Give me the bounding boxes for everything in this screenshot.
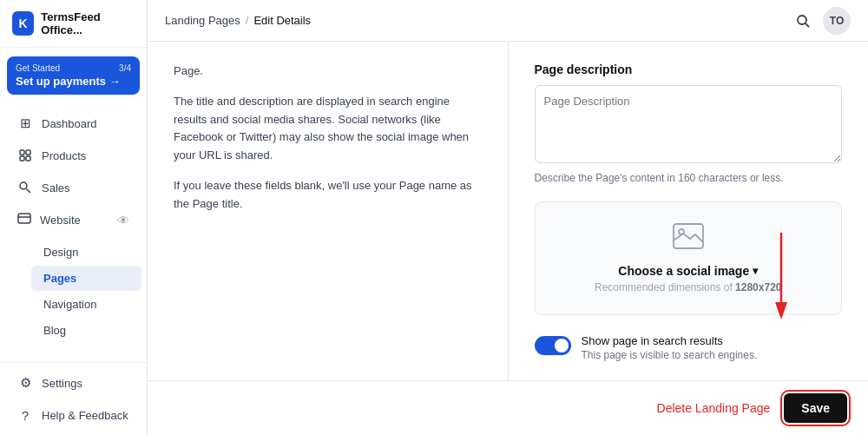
breadcrumb-root: Landing Pages [165, 14, 240, 27]
sidebar-item-dashboard[interactable]: ⊞ Dashboard [5, 108, 141, 139]
social-image-box: Choose a social image ▾ Recommended dime… [535, 201, 843, 315]
settings-icon: ⚙ [17, 375, 33, 391]
description-para1: The title and description are displayed … [174, 93, 482, 165]
sidebar-logo[interactable]: K TermsFeed Office... [0, 0, 147, 48]
sidebar-subitem-design[interactable]: Design [31, 240, 141, 265]
get-started-progress: 3/4 [119, 63, 131, 73]
svg-rect-1 [26, 150, 30, 155]
help-icon: ? [17, 407, 33, 423]
toggle-label: Show page in search results [582, 334, 758, 347]
sidebar-nav: ⊞ Dashboard Products Sales [0, 103, 147, 362]
choose-image-label: Choose a social image [618, 264, 749, 278]
search-results-toggle[interactable] [535, 336, 571, 355]
app-name: TermsFeed Office... [41, 10, 135, 36]
website-icon [17, 212, 31, 228]
website-subnav: Design Pages Navigation Blog [0, 237, 147, 346]
save-button[interactable]: Save [784, 393, 847, 423]
get-started-banner[interactable]: Get Started 3/4 Set up payments → [7, 56, 140, 95]
products-icon [17, 148, 33, 163]
sidebar-item-label: Website [40, 214, 81, 227]
description-para2: If you leave these fields blank, we'll u… [174, 177, 482, 214]
page-description-input[interactable] [535, 85, 843, 163]
delete-landing-page-button[interactable]: Delete Landing Page [657, 401, 771, 415]
sidebar-item-label: Dashboard [42, 117, 97, 130]
content-area: Page. The title and description are disp… [148, 42, 868, 380]
svg-line-5 [27, 189, 31, 194]
svg-rect-3 [26, 156, 30, 161]
logo-icon: K [12, 11, 34, 36]
svg-line-9 [806, 23, 809, 27]
svg-point-8 [798, 16, 806, 24]
svg-rect-10 [674, 224, 703, 248]
footer-actions: Delete Landing Page Save [148, 380, 868, 435]
topbar: Landing Pages / Edit Details TO [148, 0, 868, 42]
page-tag: Page. [174, 63, 482, 81]
breadcrumb-separator: / [246, 14, 249, 27]
sidebar-item-label: Products [42, 149, 86, 162]
sidebar-subitem-pages[interactable]: Pages [31, 266, 141, 291]
description-hint: Describe the Page's content in 160 chara… [535, 172, 843, 184]
user-avatar[interactable]: TO [823, 7, 851, 35]
sidebar-subitem-blog[interactable]: Blog [31, 318, 141, 343]
sidebar-item-website[interactable]: Website 👁 [5, 204, 141, 236]
sidebar-item-label: Sales [42, 181, 70, 194]
sidebar-bottom: ⚙ Settings ? Help & Feedback [0, 362, 147, 435]
sidebar-item-settings[interactable]: ⚙ Settings [5, 367, 141, 399]
search-results-toggle-row: Show page in search results This page is… [535, 334, 843, 361]
breadcrumb: Landing Pages / Edit Details [165, 14, 311, 27]
eye-icon: 👁 [117, 214, 129, 227]
sidebar-item-help[interactable]: ? Help & Feedback [5, 399, 141, 431]
sidebar-item-label: Help & Feedback [42, 409, 128, 422]
choose-social-image-button[interactable]: Choose a social image ▾ [618, 264, 758, 278]
sidebar-item-sales[interactable]: Sales [5, 172, 141, 203]
toggle-knob [555, 339, 569, 353]
svg-rect-6 [18, 214, 30, 223]
sidebar-item-label: Settings [42, 377, 82, 390]
sales-icon [17, 180, 33, 195]
get-started-label: Get Started [16, 63, 60, 73]
breadcrumb-current: Edit Details [253, 14, 311, 27]
main-area: Landing Pages / Edit Details TO Page. Th… [148, 0, 868, 435]
chevron-down-icon: ▾ [753, 265, 758, 277]
left-panel: Page. The title and description are disp… [148, 42, 509, 380]
svg-point-4 [20, 182, 27, 189]
topbar-actions: TO [792, 7, 851, 35]
sidebar-item-products[interactable]: Products [5, 140, 141, 171]
svg-rect-2 [20, 156, 24, 161]
page-description-label: Page description [535, 63, 843, 76]
sidebar: K TermsFeed Office... Get Started 3/4 Se… [0, 0, 148, 435]
get-started-cta: Set up payments → [16, 75, 131, 88]
search-button[interactable] [792, 10, 814, 32]
dashboard-icon: ⊞ [17, 115, 33, 131]
toggle-sublabel: This page is visible to search engines. [582, 349, 758, 361]
right-panel: Page description Describe the Page's con… [509, 42, 869, 380]
sidebar-subitem-navigation[interactable]: Navigation [31, 292, 141, 317]
image-placeholder-icon [673, 223, 704, 255]
svg-rect-0 [20, 150, 24, 155]
image-dimensions-hint: Recommended dimensions of 1280x720 [595, 281, 781, 293]
